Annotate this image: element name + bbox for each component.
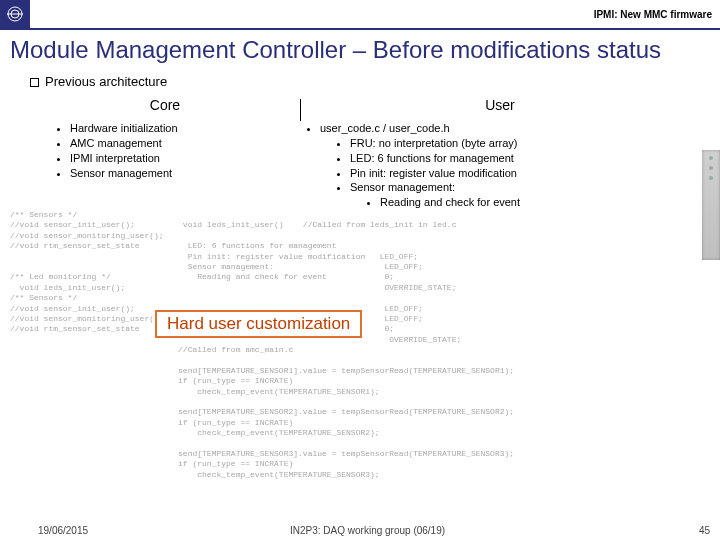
column-divider <box>300 99 301 121</box>
user-sub-item: Pin init: register value modification <box>350 166 700 181</box>
slide-footer: 19/06/2015 IN2P3: DAQ working group (06/… <box>0 525 720 536</box>
section-heading: Previous architecture <box>0 72 720 93</box>
user-sub-sub-item: Reading and check for event <box>380 195 700 210</box>
user-sub-item: Sensor management: Reading and check for… <box>350 180 700 210</box>
user-sub-item: FRU: no interpretation (byte array) <box>350 136 700 151</box>
header-text: IPMI: New MMC firmware <box>594 9 712 20</box>
core-column: Core Hardware initialization AMC managem… <box>30 97 300 210</box>
slide-header: IPMI: New MMC firmware <box>0 0 720 30</box>
cern-logo <box>0 0 30 28</box>
user-root-item: user_code.c / user_code.h FRU: no interp… <box>320 121 700 210</box>
core-title: Core <box>30 97 300 113</box>
callout-box: Hard user customization <box>155 310 362 338</box>
user-title: User <box>300 97 700 113</box>
footer-date: 19/06/2015 <box>10 525 270 536</box>
slide-title: Module Management Controller – Before mo… <box>0 30 720 72</box>
user-column: User user_code.c / user_code.h FRU: no i… <box>300 97 700 210</box>
footer-page-number: 45 <box>670 525 710 536</box>
core-item: Hardware initialization <box>70 121 300 136</box>
core-item: Sensor management <box>70 166 300 181</box>
two-column-layout: Core Hardware initialization AMC managem… <box>0 93 720 210</box>
core-item: IPMI interpretation <box>70 151 300 166</box>
footer-group: IN2P3: DAQ working group (06/19) <box>270 525 670 536</box>
background-code: /** Sensors */ //void sensor_init_user()… <box>10 210 710 510</box>
user-sub-item: LED: 6 functions for management <box>350 151 700 166</box>
bullet-square-icon <box>30 78 39 87</box>
section-label: Previous architecture <box>45 74 167 89</box>
core-item: AMC management <box>70 136 300 151</box>
